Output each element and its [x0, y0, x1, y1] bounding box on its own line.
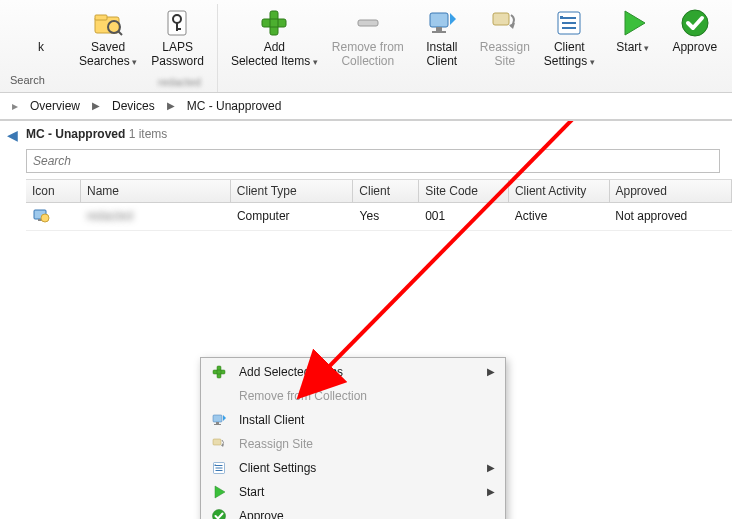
row-client: Yes [354, 205, 420, 227]
submenu-arrow-icon: ▶ [487, 366, 495, 377]
ctx-install-client[interactable]: Install Client [203, 408, 503, 432]
devices-grid: Icon Name Client Type Client Site Code C… [26, 179, 732, 231]
client-settings-label: Client Settings [544, 41, 595, 69]
col-activity[interactable]: Client Activity [509, 180, 610, 202]
ctx-client-settings-label: Client Settings [239, 461, 316, 475]
col-site-code[interactable]: Site Code [419, 180, 509, 202]
panel-title: MC - Unapproved [26, 127, 125, 141]
ctx-client-settings[interactable]: Client Settings▶ [203, 456, 503, 480]
context-menu: Add Selected Items▶Remove from Collectio… [200, 357, 506, 519]
col-client-type[interactable]: Client Type [231, 180, 354, 202]
install-client[interactable]: Install Client [411, 4, 473, 72]
crumb-overview[interactable]: Overview [28, 97, 82, 115]
laps-password[interactable]: LAPS Password [144, 4, 211, 72]
key-page-icon [162, 7, 194, 39]
breadcrumb: ▸ Overview ▶ Devices ▶ MC - Unapproved [0, 93, 732, 120]
ctx-add-selected-label: Add Selected Items [239, 365, 343, 379]
row-site: 001 [419, 205, 509, 227]
install-client-label: Install Client [426, 41, 457, 69]
ctx-reassign-site: Reassign Site [203, 432, 503, 456]
reassign-icon [489, 7, 521, 39]
nav-back[interactable]: ◀ [4, 127, 20, 143]
col-approved[interactable]: Approved [610, 180, 733, 202]
add-selected-items[interactable]: Add Selected Items [224, 4, 325, 72]
panel-header: MC - Unapproved 1 items [0, 121, 732, 145]
row-client-type: Computer [231, 205, 354, 227]
row-approved: Not approved [609, 205, 732, 227]
ctx-reassign-site-label: Reassign Site [239, 437, 313, 451]
col-icon[interactable]: Icon [26, 180, 81, 202]
remove-from-collection: Remove from Collection [325, 4, 411, 72]
ribbon-group-search: kSaved SearchesLAPS Password Search reda… [4, 4, 218, 92]
row-activity: Active [509, 205, 610, 227]
ctx-start[interactable]: Start▶ [203, 480, 503, 504]
folder-search-icon [92, 7, 124, 39]
client-settings[interactable]: Client Settings [537, 4, 602, 72]
start-label: Start [616, 41, 649, 55]
panel-count: 1 items [129, 127, 168, 141]
group-label-search: Search [10, 74, 45, 90]
approve-label: Approve [672, 41, 717, 55]
row-icon [26, 203, 80, 230]
grid-header: Icon Name Client Type Client Site Code C… [26, 180, 732, 203]
approve[interactable]: Approve [664, 4, 726, 58]
col-name[interactable]: Name [81, 180, 231, 202]
search-input[interactable] [27, 154, 719, 168]
start[interactable]: Start [602, 4, 664, 58]
table-row[interactable]: redacted Computer Yes 001 Active Not app… [26, 203, 732, 231]
reassign-site-label: Reassign Site [480, 41, 530, 69]
ctx-approve-label: Approve [239, 509, 284, 519]
plus-green-icon [209, 362, 229, 382]
laps-password-label: LAPS Password [151, 41, 204, 69]
ctx-install-client-label: Install Client [239, 413, 304, 427]
ctx-add-selected[interactable]: Add Selected Items▶ [203, 360, 503, 384]
search-box[interactable] [26, 149, 720, 173]
truncated-left[interactable]: k [10, 4, 72, 58]
install-client-icon [426, 7, 458, 39]
play-green-icon [617, 7, 649, 39]
col-client[interactable]: Client [353, 180, 419, 202]
remove-from-collection-label: Remove from Collection [332, 41, 404, 69]
blank-icon [209, 386, 229, 406]
chevron-right-icon: ▶ [90, 98, 102, 113]
check-circle-green-icon [679, 7, 711, 39]
ctx-remove-collection: Remove from Collection [203, 384, 503, 408]
ctx-approve[interactable]: Approve [203, 504, 503, 519]
crumb-devices[interactable]: Devices [110, 97, 157, 115]
ribbon: kSaved SearchesLAPS Password Search reda… [0, 0, 732, 93]
block[interactable]: Block [726, 4, 732, 58]
play-green-icon [209, 482, 229, 502]
crumb-current[interactable]: MC - Unapproved [185, 97, 284, 115]
submenu-arrow-icon: ▶ [487, 486, 495, 497]
client-settings-icon [209, 458, 229, 478]
plus-green-icon [258, 7, 290, 39]
ctx-start-label: Start [239, 485, 264, 499]
content-pane: ◀ MC - Unapproved 1 items Icon Name Clie… [0, 120, 732, 519]
truncated-left-label: k [38, 41, 44, 55]
client-settings-icon [553, 7, 585, 39]
check-circle-green-icon [209, 506, 229, 519]
minus-icon [352, 7, 384, 39]
row-name: redacted [80, 205, 230, 227]
blank-icon [25, 7, 57, 39]
reassign-site: Reassign Site [473, 4, 537, 72]
saved-searches-label: Saved Searches [79, 41, 137, 69]
submenu-arrow-icon: ▶ [487, 462, 495, 473]
ctx-remove-collection-label: Remove from Collection [239, 389, 367, 403]
saved-searches[interactable]: Saved Searches [72, 4, 144, 72]
install-client-icon [209, 410, 229, 430]
redacted-label: redacted [148, 74, 211, 90]
chevron-right-icon: ▶ [165, 98, 177, 113]
add-selected-items-label: Add Selected Items [231, 41, 318, 69]
ribbon-group-device: Add Selected ItemsRemove from Collection… [218, 4, 732, 88]
reassign-icon [209, 434, 229, 454]
